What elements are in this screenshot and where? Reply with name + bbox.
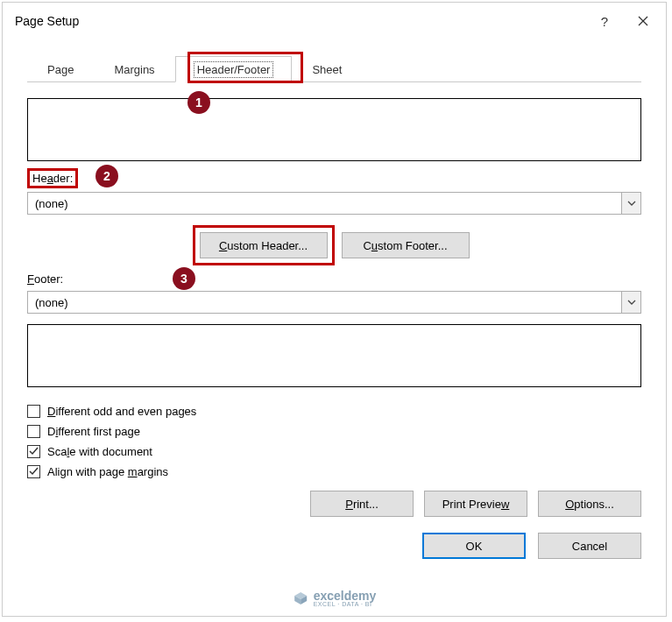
footer-dropdown-button[interactable] [621,292,640,313]
footer-dropdown-value: (none) [28,296,621,309]
tab-margins[interactable]: Margins [94,56,174,82]
custom-header-button[interactable]: Custom Header... [200,232,328,258]
header-label: Header: [32,172,73,185]
dialog-title: Page Setup [15,14,585,28]
action-buttons-row: Print... Print Preview Options... [27,491,641,517]
header-dropdown[interactable]: (none) [27,192,641,215]
cancel-button[interactable]: Cancel [538,533,641,559]
checkbox-box [27,425,40,438]
close-button[interactable] [624,4,662,39]
watermark-logo: exceldemy EXCEL · DATA · BI [293,589,377,607]
tab-strip: Page Margins Header/Footer Sheet [27,55,641,82]
checkbox-label: Align with page margins [47,465,168,478]
checkbox-box [27,465,40,478]
chevron-down-icon [627,300,636,305]
annotation-badge-3: 3 [173,267,195,290]
chevron-down-icon [627,201,636,206]
close-icon [638,16,648,26]
annotation-badge-1: 1 [187,91,210,114]
options-button[interactable]: Options... [538,491,641,517]
tab-header-footer[interactable]: Header/Footer [175,56,293,82]
footer-preview [27,324,641,387]
checkbox-scale-with-document[interactable]: Scale with document [27,445,641,458]
custom-footer-button[interactable]: Custom Footer... [342,232,470,258]
checkbox-label: Scale with document [47,445,152,458]
header-preview [27,98,641,161]
checkmark-icon [29,467,39,477]
header-dropdown-button[interactable] [621,193,640,214]
ok-button[interactable]: OK [422,533,526,559]
checkmark-icon [29,447,39,456]
page-setup-dialog: Page Setup ? Page Margins Header/Footer … [2,2,667,617]
footer-label: Footer: [27,272,641,286]
titlebar: Page Setup ? [3,3,666,39]
custom-buttons-row: Custom Header... Custom Footer... 3 [27,232,641,258]
tab-page[interactable]: Page [27,56,94,82]
print-preview-button[interactable]: Print Preview [424,491,527,517]
checkbox-diff-odd-even[interactable]: Different odd and even pages [27,405,641,418]
checkbox-label: Different odd and even pages [47,405,196,418]
checkbox-box [27,445,40,458]
header-dropdown-value: (none) [28,197,621,210]
checkbox-label: Different first page [47,425,140,438]
annotation-badge-2: 2 [95,165,118,187]
checkbox-align-margins[interactable]: Align with page margins [27,465,641,478]
checkbox-diff-first-page[interactable]: Different first page [27,425,641,438]
checkbox-box [27,405,40,418]
print-button[interactable]: Print... [310,491,414,517]
cube-icon [293,590,308,606]
dialog-footer: OK Cancel [3,517,666,575]
footer-dropdown[interactable]: (none) [27,291,641,314]
annotation-highlight-header-label: Header: [27,168,78,188]
tab-sheet[interactable]: Sheet [292,56,362,82]
help-button[interactable]: ? [585,4,624,39]
